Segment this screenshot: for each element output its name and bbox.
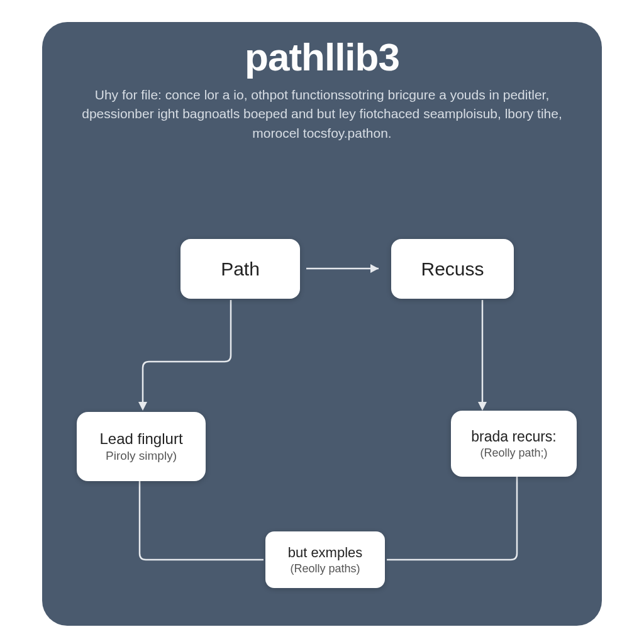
node-recuss: Recuss bbox=[391, 239, 514, 299]
node-brada: brada recurs: (Reolly path;) bbox=[451, 411, 577, 477]
node-lead: Lead finglurt Piroly simply) bbox=[77, 412, 206, 481]
page-title: pathllib3 bbox=[42, 35, 602, 79]
node-path: Path bbox=[180, 239, 300, 299]
node-but: but exmples (Reolly paths) bbox=[265, 531, 385, 588]
node-lead-label: Lead finglurt bbox=[99, 430, 182, 448]
diagram-card: pathllib3 Uhy for file: conce lor a io, … bbox=[42, 22, 602, 626]
node-brada-label: brada recurs: bbox=[471, 428, 557, 445]
svg-marker-2 bbox=[138, 402, 147, 411]
node-lead-sub: Piroly simply) bbox=[106, 449, 177, 463]
page-subtitle: Uhy for file: conce lor a io, othpot fun… bbox=[80, 86, 564, 143]
node-brada-sub: (Reolly path;) bbox=[480, 447, 547, 460]
svg-marker-1 bbox=[370, 264, 379, 273]
node-but-sub: (Reolly paths) bbox=[290, 562, 360, 575]
node-recuss-label: Recuss bbox=[421, 258, 484, 280]
svg-marker-4 bbox=[478, 402, 487, 411]
node-but-label: but exmples bbox=[288, 545, 363, 561]
node-path-label: Path bbox=[221, 258, 260, 280]
